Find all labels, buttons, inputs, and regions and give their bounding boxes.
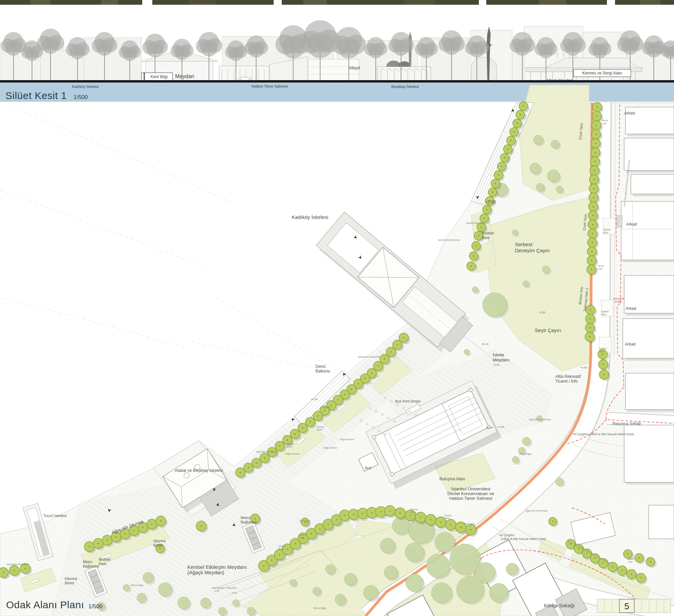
- label-kadikoy-iskelesi: Kadıköy İskelesi: [292, 214, 328, 220]
- label-golge-2: Gölge Elemanı: [323, 447, 337, 449]
- label-oneri-1: Öneri Ağaç: [464, 523, 475, 525]
- label-bisiklet-park-alani: Bisiklet Park Alanı: [466, 222, 484, 224]
- label-oturma-t4b: Birimi: [299, 537, 305, 539]
- label-korler: Körler Sokağı: [544, 603, 575, 608]
- label-oturma2-2: Birimi: [65, 581, 74, 585]
- photo-strip: [0, 0, 674, 5]
- label-turyol: Turyol İskelesi: [43, 514, 67, 518]
- label-agac-alti-alani: Ağaç Altı Oturma Alanı: [526, 510, 548, 512]
- label-aydinlatma-3: Aydınlatma Elemanları: [7, 563, 29, 566]
- label-servis-cebi-1a: Servis: [602, 119, 608, 122]
- label-mevcut-1: Mevcut Ağaç: [131, 584, 144, 587]
- label-su-izi: Su İzi: [482, 343, 489, 346]
- label-isgaliye-1a: İşgaliye: [603, 228, 611, 231]
- label-kent-bilgi: Kent Bilgi: [151, 74, 168, 79]
- plan-title-scale: 1/500: [88, 603, 103, 610]
- band-label-haldun: Haldun Taner Sahnesi: [251, 84, 288, 88]
- label-oturma1-2: Birimi: [153, 543, 163, 547]
- label-oturma-t1a: Oturma: [286, 443, 294, 445]
- band-label-kadikoy: Kadıköy İskelesi: [72, 85, 98, 89]
- label-oturma-t4a: Oturma: [299, 534, 307, 536]
- label-level-050: +0.50: [580, 366, 587, 369]
- label-acik-kent: Açık Kent Sergisi: [395, 399, 421, 403]
- presentation-board: { "page": { "number": "5" }, "colors": {…: [0, 0, 674, 616]
- label-level-850-ramp: +8.50: [231, 592, 237, 594]
- label-oturma2-1: Oturma: [65, 577, 78, 581]
- label-servis-cebi-2b: Cebi: [598, 268, 602, 270]
- label-oturma-t5b: Birimi: [410, 511, 416, 513]
- label-konservatuar-2: Devlet Konservatuarı ve: [448, 491, 494, 496]
- label-altta-rekreatif-1: Altta Rekreatif: [555, 374, 581, 379]
- label-kermes: Kermes ve Sergi Alanı: [582, 71, 622, 75]
- page-number: 5: [624, 601, 629, 611]
- label-golge-1: Gölge Elemanı: [340, 438, 354, 441]
- label-altta-kesmeli-1: Altta Kesmeli / Sergi Alanı: [212, 587, 237, 589]
- label-oturma-t2b: Birimi: [317, 428, 322, 431]
- label-isgaliye-1b: Alanı: [603, 231, 608, 234]
- label-servis-cebi-3b: Cebi: [628, 561, 633, 563]
- label-seyir: Seyir Çayırı: [535, 327, 561, 333]
- label-aydinlatma-4: Aydınlatma Elemanları: [529, 418, 551, 421]
- label-isgaliye-3b: Alanı: [599, 350, 604, 353]
- label-arkad-3: Arkad: [625, 306, 636, 311]
- label-bisiklet-park-ne-1: Bisiklet: [482, 231, 494, 235]
- label-level-250-stairs: +2.50: [485, 199, 496, 204]
- label-konservatuar-3: Haldun Taner Sahnesi: [449, 496, 492, 501]
- label-yol-cizgileri-2a: Yol Çizgileri: [499, 533, 515, 537]
- label-isgaliye-3a: İşgaliye: [599, 347, 607, 350]
- label-anit: Anıt: [365, 466, 371, 470]
- label-metro2-2: Bağlantısı: [83, 564, 99, 568]
- label-iskele-2: Meydanı: [493, 357, 510, 362]
- label-aydinlatma-5: Aydınlatma Elemanları: [438, 239, 460, 241]
- label-serbest-2: Deneyim Çayırı: [515, 248, 550, 253]
- label-oturma1-1: Oturma: [153, 539, 166, 543]
- label-bisiklet-sw-2: Park: [99, 562, 106, 566]
- label-meydan: Meydan: [175, 73, 194, 79]
- label-oturma-t6a: Oturma: [444, 514, 452, 517]
- label-seyhefendi-2: Sokağı: [615, 300, 621, 303]
- label-bascavus: Başçavuş Sokağı: [613, 421, 641, 425]
- label-kentsel-2: (Ağaçlı Meydan): [187, 570, 224, 575]
- label-servis-cebi-3a: Servis: [628, 558, 635, 560]
- label-deniz-2: Balkonu: [315, 369, 330, 374]
- label-deniz-1: Deniz: [315, 364, 326, 369]
- board-canvas: Kent Bilgi Meydan Altıyol Kermes ve Serg…: [0, 0, 674, 616]
- label-kentsel-1: Kentsel Etkileşim Meydanı: [187, 564, 247, 570]
- label-servis-cebi-1b: Cebi: [602, 122, 606, 125]
- label-yol-cizgileri-1: Yol Çizgileri (Alkid ve idar kauçuk katk…: [572, 432, 634, 436]
- section-title-scale: 1/500: [73, 94, 88, 100]
- label-oturma-t3b: Birimi: [278, 548, 284, 550]
- page-number-box: 5: [597, 599, 671, 613]
- label-altta-kesmeli-2: +2.50: [214, 590, 219, 592]
- label-isgaliye-2b: Alanı: [601, 313, 606, 316]
- label-aydinlatma-2: Aydınlatma Elemanları: [256, 451, 278, 453]
- label-level-250-balkon: +2.50: [323, 406, 330, 409]
- label-arkad-1: Arkad: [624, 111, 635, 116]
- label-isgaliye-2a: İşgaliye: [601, 310, 609, 313]
- section-title: Silüet Kesit 1: [5, 90, 67, 101]
- label-iskele-1: İskele: [493, 352, 504, 357]
- label-oneri-2: Öneri Ağaç: [299, 520, 310, 522]
- label-yol-cizgileri-2b: (Alkid ve idar kauçuk katkılı boya): [501, 537, 546, 541]
- label-iskele-level: +2.50: [493, 363, 500, 366]
- label-golge-3: Gölge Elemanı: [285, 453, 300, 455]
- label-aydinlatma-1: Aydınlatma Elemanları: [358, 356, 380, 358]
- plan-title: Odak Alanı Planı: [6, 599, 84, 610]
- section-ground-line: [0, 80, 674, 83]
- label-oturma-t2a: Oturma: [317, 426, 324, 428]
- label-oturma-t1b: Birimi: [286, 446, 292, 448]
- sea-guide-lines: [0, 105, 342, 375]
- label-oturma-t6b: Birimi: [444, 517, 450, 519]
- label-konservatuar-1: İstanbul Üniversitesi: [451, 486, 490, 491]
- label-arkad-2: Arkad: [626, 222, 637, 227]
- label-metro2-1: Metro: [83, 560, 92, 564]
- label-level-100: +1.00: [311, 398, 318, 401]
- site-plan: Kadıköy İskelesi +2.50 Bisiklet Park Bis…: [0, 85, 674, 616]
- band-label-besiktas: Beşiktaş İskelesi: [391, 85, 419, 89]
- label-oturma-t3a: Oturma: [278, 545, 286, 547]
- label-metro1-2: Bağlantısı: [241, 520, 257, 524]
- label-bisiklet-sw-1: Bisiklet: [99, 557, 111, 561]
- label-level-850-bldg: +8.50: [486, 426, 493, 429]
- label-adalar: Adalar ve Beşiktaş İskelesi: [175, 468, 223, 473]
- label-oturma-t5a: Oturma: [410, 508, 418, 511]
